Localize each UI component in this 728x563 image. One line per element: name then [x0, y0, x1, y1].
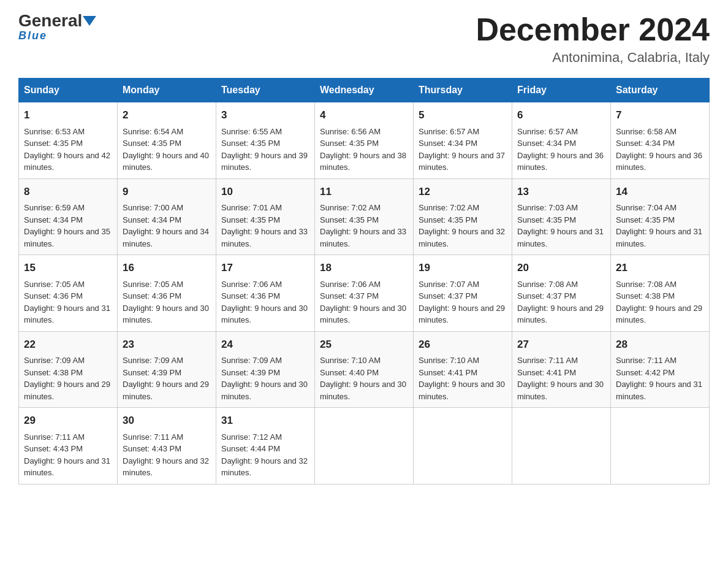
calendar-cell: 8 Sunrise: 6:59 AMSunset: 4:34 PMDayligh…	[19, 178, 118, 255]
calendar-cell: 17 Sunrise: 7:06 AMSunset: 4:36 PMDaylig…	[216, 255, 315, 332]
day-info: Sunrise: 6:53 AMSunset: 4:35 PMDaylight:…	[24, 127, 110, 172]
day-info: Sunrise: 7:12 AMSunset: 4:44 PMDaylight:…	[221, 432, 308, 478]
day-number: 15	[24, 260, 112, 276]
day-info: Sunrise: 7:11 AMSunset: 4:43 PMDaylight:…	[123, 432, 209, 478]
header-friday: Friday	[512, 79, 611, 102]
day-number: 31	[221, 413, 309, 429]
day-number: 24	[221, 337, 309, 353]
day-info: Sunrise: 7:10 AMSunset: 4:40 PMDaylight:…	[320, 356, 406, 401]
logo-text: General	[18, 12, 96, 29]
calendar-cell	[512, 408, 611, 484]
calendar-cell: 10 Sunrise: 7:01 AMSunset: 4:35 PMDaylig…	[216, 178, 315, 255]
day-info: Sunrise: 7:11 AMSunset: 4:42 PMDaylight:…	[616, 356, 702, 401]
day-number: 12	[419, 184, 507, 200]
day-info: Sunrise: 6:57 AMSunset: 4:34 PMDaylight:…	[517, 127, 604, 172]
header-tuesday: Tuesday	[216, 79, 315, 102]
day-info: Sunrise: 7:07 AMSunset: 4:37 PMDaylight:…	[419, 280, 505, 325]
day-number: 14	[616, 184, 704, 200]
calendar-cell: 19 Sunrise: 7:07 AMSunset: 4:37 PMDaylig…	[414, 255, 512, 332]
logo: General Blue	[18, 12, 96, 42]
day-info: Sunrise: 7:09 AMSunset: 4:38 PMDaylight:…	[24, 356, 110, 401]
month-title: December 2024	[476, 12, 710, 47]
calendar-cell: 3 Sunrise: 6:55 AMSunset: 4:35 PMDayligh…	[216, 102, 315, 179]
calendar-cell: 1 Sunrise: 6:53 AMSunset: 4:35 PMDayligh…	[19, 102, 118, 179]
day-info: Sunrise: 7:05 AMSunset: 4:36 PMDaylight:…	[24, 280, 110, 325]
day-info: Sunrise: 7:06 AMSunset: 4:36 PMDaylight:…	[221, 280, 308, 325]
day-number: 16	[123, 260, 211, 276]
day-info: Sunrise: 7:00 AMSunset: 4:34 PMDaylight:…	[123, 203, 209, 248]
calendar-cell: 23 Sunrise: 7:09 AMSunset: 4:39 PMDaylig…	[118, 331, 216, 408]
day-info: Sunrise: 7:11 AMSunset: 4:43 PMDaylight:…	[24, 432, 110, 478]
header-monday: Monday	[118, 79, 216, 102]
day-number: 17	[221, 260, 309, 276]
day-number: 22	[24, 337, 112, 353]
calendar-cell: 7 Sunrise: 6:58 AMSunset: 4:34 PMDayligh…	[611, 102, 710, 179]
day-number: 13	[517, 184, 605, 200]
calendar-cell: 6 Sunrise: 6:57 AMSunset: 4:34 PMDayligh…	[512, 102, 611, 179]
day-number: 9	[123, 184, 211, 200]
day-info: Sunrise: 7:10 AMSunset: 4:41 PMDaylight:…	[419, 356, 505, 401]
day-info: Sunrise: 7:03 AMSunset: 4:35 PMDaylight:…	[517, 203, 604, 248]
calendar-week-row: 15 Sunrise: 7:05 AMSunset: 4:36 PMDaylig…	[19, 255, 710, 332]
day-number: 10	[221, 184, 309, 200]
calendar-cell: 18 Sunrise: 7:06 AMSunset: 4:37 PMDaylig…	[315, 255, 414, 332]
day-info: Sunrise: 7:01 AMSunset: 4:35 PMDaylight:…	[221, 203, 308, 248]
day-info: Sunrise: 7:11 AMSunset: 4:41 PMDaylight:…	[517, 356, 604, 401]
calendar-week-row: 1 Sunrise: 6:53 AMSunset: 4:35 PMDayligh…	[19, 102, 710, 179]
header-saturday: Saturday	[611, 79, 710, 102]
calendar-cell: 25 Sunrise: 7:10 AMSunset: 4:40 PMDaylig…	[315, 331, 414, 408]
day-info: Sunrise: 6:54 AMSunset: 4:35 PMDaylight:…	[123, 127, 209, 172]
header-sunday: Sunday	[19, 79, 118, 102]
calendar-cell: 14 Sunrise: 7:04 AMSunset: 4:35 PMDaylig…	[611, 178, 710, 255]
calendar-cell: 11 Sunrise: 7:02 AMSunset: 4:35 PMDaylig…	[315, 178, 414, 255]
day-number: 21	[616, 260, 704, 276]
page-header: General Blue December 2024 Antonimina, C…	[18, 12, 710, 66]
day-info: Sunrise: 7:02 AMSunset: 4:35 PMDaylight:…	[320, 203, 406, 248]
day-info: Sunrise: 6:57 AMSunset: 4:34 PMDaylight:…	[419, 127, 505, 172]
calendar-cell: 15 Sunrise: 7:05 AMSunset: 4:36 PMDaylig…	[19, 255, 118, 332]
day-number: 27	[517, 337, 605, 353]
day-number: 30	[123, 413, 211, 429]
calendar-cell: 24 Sunrise: 7:09 AMSunset: 4:39 PMDaylig…	[216, 331, 315, 408]
day-info: Sunrise: 6:59 AMSunset: 4:34 PMDaylight:…	[24, 203, 110, 248]
calendar-cell: 5 Sunrise: 6:57 AMSunset: 4:34 PMDayligh…	[414, 102, 512, 179]
calendar-cell: 29 Sunrise: 7:11 AMSunset: 4:43 PMDaylig…	[19, 408, 118, 484]
day-number: 2	[123, 107, 211, 123]
calendar-week-row: 8 Sunrise: 6:59 AMSunset: 4:34 PMDayligh…	[19, 178, 710, 255]
calendar-cell: 16 Sunrise: 7:05 AMSunset: 4:36 PMDaylig…	[118, 255, 216, 332]
day-info: Sunrise: 7:09 AMSunset: 4:39 PMDaylight:…	[123, 356, 209, 401]
day-number: 19	[419, 260, 507, 276]
calendar-cell: 27 Sunrise: 7:11 AMSunset: 4:41 PMDaylig…	[512, 331, 611, 408]
day-number: 1	[24, 107, 112, 123]
day-info: Sunrise: 6:58 AMSunset: 4:34 PMDaylight:…	[616, 127, 702, 172]
day-number: 29	[24, 413, 112, 429]
day-info: Sunrise: 7:04 AMSunset: 4:35 PMDaylight:…	[616, 203, 702, 248]
day-number: 20	[517, 260, 605, 276]
day-info: Sunrise: 7:02 AMSunset: 4:35 PMDaylight:…	[419, 203, 505, 248]
header-wednesday: Wednesday	[315, 79, 414, 102]
location-subtitle: Antonimina, Calabria, Italy	[476, 50, 710, 66]
calendar-cell: 12 Sunrise: 7:02 AMSunset: 4:35 PMDaylig…	[414, 178, 512, 255]
day-number: 18	[320, 260, 408, 276]
day-number: 7	[616, 107, 704, 123]
calendar-cell: 31 Sunrise: 7:12 AMSunset: 4:44 PMDaylig…	[216, 408, 315, 484]
calendar-cell	[611, 408, 710, 484]
calendar-cell: 2 Sunrise: 6:54 AMSunset: 4:35 PMDayligh…	[118, 102, 216, 179]
day-number: 26	[419, 337, 507, 353]
header-thursday: Thursday	[414, 79, 512, 102]
calendar-cell: 21 Sunrise: 7:08 AMSunset: 4:38 PMDaylig…	[611, 255, 710, 332]
calendar-cell	[315, 408, 414, 484]
calendar-cell: 20 Sunrise: 7:08 AMSunset: 4:37 PMDaylig…	[512, 255, 611, 332]
calendar-cell: 22 Sunrise: 7:09 AMSunset: 4:38 PMDaylig…	[19, 331, 118, 408]
calendar-week-row: 29 Sunrise: 7:11 AMSunset: 4:43 PMDaylig…	[19, 408, 710, 484]
day-info: Sunrise: 7:08 AMSunset: 4:37 PMDaylight:…	[517, 280, 604, 325]
day-number: 6	[517, 107, 605, 123]
calendar-cell: 26 Sunrise: 7:10 AMSunset: 4:41 PMDaylig…	[414, 331, 512, 408]
day-number: 8	[24, 184, 112, 200]
day-info: Sunrise: 6:56 AMSunset: 4:35 PMDaylight:…	[320, 127, 406, 172]
title-block: December 2024 Antonimina, Calabria, Ital…	[476, 12, 710, 66]
calendar-cell: 30 Sunrise: 7:11 AMSunset: 4:43 PMDaylig…	[118, 408, 216, 484]
calendar-week-row: 22 Sunrise: 7:09 AMSunset: 4:38 PMDaylig…	[19, 331, 710, 408]
day-number: 4	[320, 107, 408, 123]
day-info: Sunrise: 7:09 AMSunset: 4:39 PMDaylight:…	[221, 356, 308, 401]
